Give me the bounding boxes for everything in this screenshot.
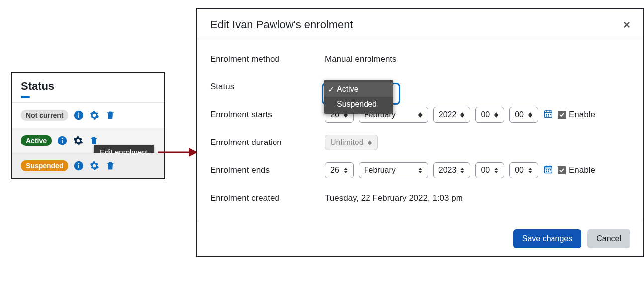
value-enrolment-method: Manual enrolments (325, 54, 630, 64)
arrow-icon (158, 145, 198, 160)
svg-rect-17 (546, 115, 547, 117)
status-option-suspended[interactable]: Suspended (324, 97, 393, 112)
status-row-not-current: Not current (12, 102, 164, 128)
status-panel-title: Status (21, 80, 155, 93)
status-panel: Status Not current Active (11, 72, 165, 179)
status-badge: Suspended (21, 160, 68, 171)
status-badge: Active (21, 135, 52, 146)
collapse-indicator[interactable] (21, 96, 30, 98)
close-icon[interactable]: × (623, 18, 630, 32)
svg-rect-18 (548, 115, 549, 117)
cancel-button[interactable]: Cancel (587, 229, 630, 248)
svg-point-8 (78, 163, 80, 165)
label-enrolment-ends: Enrolment ends (210, 165, 325, 175)
value-enrolment-created: Tuesday, 22 February 2022, 1:03 pm (325, 193, 630, 203)
ends-year-select[interactable]: 2023 (433, 162, 471, 178)
ends-hour-select[interactable]: 00 (475, 162, 504, 178)
ends-day-select[interactable]: 26 (325, 162, 354, 178)
info-icon[interactable] (57, 135, 68, 146)
info-icon[interactable] (73, 160, 84, 171)
svg-rect-16 (548, 114, 549, 115)
status-option-active[interactable]: Active (324, 82, 393, 97)
dialog-title: Edit Ivan Pawlow's enrolment (210, 18, 353, 31)
label-enrolment-created: Enrolment created (210, 193, 325, 203)
svg-rect-15 (546, 114, 547, 115)
starts-hour-select[interactable]: 00 (475, 107, 504, 123)
ends-enable-label: Enable (569, 165, 595, 175)
ends-minute-select[interactable]: 00 (509, 162, 538, 178)
info-icon[interactable] (73, 110, 84, 121)
gear-icon[interactable] (89, 160, 100, 171)
svg-rect-1 (79, 114, 80, 118)
save-changes-button[interactable]: Save changes (513, 229, 581, 248)
starts-enable-checkbox[interactable] (558, 111, 566, 119)
starts-year-select[interactable]: 2022 (433, 107, 471, 123)
ends-enable-checkbox[interactable] (558, 166, 566, 174)
status-badge: Not current (21, 110, 68, 121)
label-enrolment-starts: Enrolment starts (210, 110, 325, 120)
starts-enable-label: Enable (569, 110, 595, 120)
svg-rect-27 (548, 171, 549, 172)
svg-rect-19 (550, 114, 551, 115)
svg-point-5 (62, 138, 63, 140)
calendar-icon[interactable] (543, 109, 553, 121)
trash-icon[interactable] (105, 160, 116, 171)
label-enrolment-method: Enrolment method (210, 54, 325, 64)
svg-rect-7 (79, 165, 80, 168)
duration-select[interactable]: Unlimited (325, 135, 378, 150)
label-status: Status (210, 82, 325, 92)
starts-minute-select[interactable]: 00 (509, 107, 538, 123)
ends-month-select[interactable]: February (359, 162, 428, 178)
calendar-icon[interactable] (543, 164, 553, 177)
edit-enrolment-dialog: Edit Ivan Pawlow's enrolment × Enrolment… (196, 8, 644, 257)
status-row-active: Active Edit enrolment (12, 128, 164, 153)
svg-point-2 (78, 113, 80, 114)
svg-rect-24 (546, 169, 547, 171)
status-dropdown[interactable]: Active Suspended (324, 80, 393, 114)
status-row-suspended: Suspended (12, 153, 164, 178)
svg-rect-28 (550, 169, 551, 171)
label-enrolment-duration: Enrolment duration (210, 138, 325, 147)
gear-icon[interactable] (73, 135, 84, 146)
svg-rect-25 (548, 169, 549, 171)
svg-rect-4 (62, 140, 63, 143)
trash-icon[interactable] (89, 135, 99, 146)
trash-icon[interactable] (105, 110, 116, 121)
gear-icon[interactable] (89, 110, 100, 121)
svg-rect-26 (546, 171, 547, 172)
